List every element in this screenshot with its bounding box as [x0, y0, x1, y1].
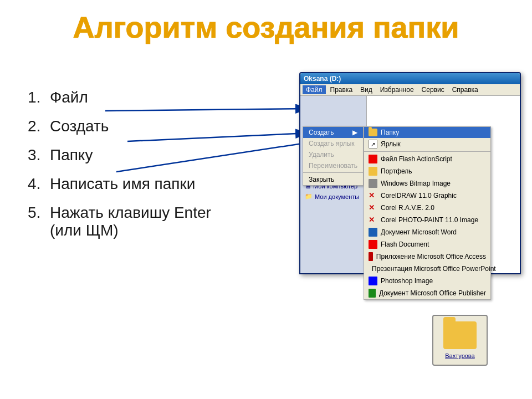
submenu-publisher[interactable]: Документ Microsoft Office Publisher [364, 287, 490, 299]
corelphoto-icon: ✕ [369, 216, 377, 224]
menu-create-shortcut: Создать ярлык [303, 138, 363, 149]
menu-close[interactable]: Закрыть [303, 174, 363, 185]
menu-file[interactable]: Файл [303, 85, 326, 94]
explorer-menubar[interactable]: Файл Правка Вид Избранное Сервис Справка [300, 84, 520, 96]
explorer-title: Oksana (D:) [304, 75, 341, 83]
folder-icon-large [443, 321, 477, 349]
submenu-coreldraw[interactable]: ✕ CorelDRAW 11.0 Graphic [364, 190, 490, 202]
submenu-sep1 [364, 151, 490, 152]
menu-rename: Переименовать [303, 160, 363, 171]
submenu-portfolio[interactable]: Портфель [364, 165, 490, 177]
access-icon [369, 252, 373, 261]
word-icon [369, 228, 377, 237]
flash-as-icon [369, 155, 377, 163]
coreldraw-icon: ✕ [369, 191, 377, 200]
submenu-photoshop[interactable]: Photoshop Image [364, 275, 490, 287]
step-1: 1.Файл [28, 89, 211, 106]
my-documents-link[interactable]: 📁 Мои документы [303, 191, 364, 202]
submenu-flash-doc[interactable]: Flash Document [364, 238, 490, 250]
flash-doc-icon [369, 240, 377, 249]
menu-edit[interactable]: Правка [327, 85, 356, 94]
menu-favorites[interactable]: Избранное [377, 85, 417, 94]
step-5: 5.Нажать клавишу Enter(или ЩМ) [28, 204, 211, 239]
page-title: Алгоритм создания папки [17, 10, 515, 44]
my-documents-label: Мои документы [315, 193, 359, 200]
folder-name-label: Вахтурова [439, 352, 481, 359]
submenu-ppt[interactable]: Презентация Microsoft Office PowerPoint [364, 263, 490, 275]
submenu-folder[interactable]: Папку [364, 127, 490, 138]
shortcut-icon: ↗ [369, 140, 377, 149]
step-2: 2.Создать [28, 117, 211, 135]
context-menu[interactable]: Создать ▶ Создать ярлык Удалить Переимен… [303, 126, 364, 186]
menu-view[interactable]: Вид [357, 85, 376, 94]
submenu-access[interactable]: Приложение Microsoft Office Access [364, 250, 490, 263]
submenu-flash-as[interactable]: Файл Flash ActionScript [364, 153, 490, 165]
menu-create[interactable]: Создать ▶ [303, 127, 363, 138]
corelrave-icon: ✕ [369, 203, 377, 212]
submenu-corelrave[interactable]: ✕ Corel R.A.V.E. 2.0 [364, 202, 490, 214]
publisher-icon [369, 289, 376, 298]
menu-help[interactable]: Справка [449, 85, 482, 94]
menu-separator [303, 172, 363, 173]
menu-service[interactable]: Сервис [418, 85, 448, 94]
portfolio-icon [369, 167, 377, 176]
my-documents-icon: 📁 [305, 193, 313, 200]
photoshop-icon [369, 277, 377, 285]
steps-list: 1.Файл 2.Создать 3.Папку 4.Написать имя … [28, 89, 211, 250]
menu-delete: Удалить [303, 149, 363, 160]
submenu-corelphoto[interactable]: ✕ Corel PHOTO-PAINT 11.0 Image [364, 214, 490, 226]
step-3: 3.Папку [28, 146, 211, 164]
explorer-titlebar: Oksana (D:) [300, 73, 520, 84]
submenu-bitmap[interactable]: Windows Bitmap Image [364, 177, 490, 190]
bitmap-icon [369, 179, 377, 188]
folder-icon [369, 129, 377, 136]
submenu-create[interactable]: Папку ↗ Ярлык Файл Flash ActionScript По… [364, 126, 491, 300]
submenu-shortcut[interactable]: ↗ Ярлык [364, 138, 490, 150]
new-folder-preview: Вахтурова [432, 315, 488, 366]
step-4: 4.Написать имя папки [28, 175, 211, 193]
explorer-window: Oksana (D:) Файл Правка Вид Избранное Се… [299, 72, 521, 274]
submenu-word[interactable]: Документ Microsoft Word [364, 226, 490, 238]
